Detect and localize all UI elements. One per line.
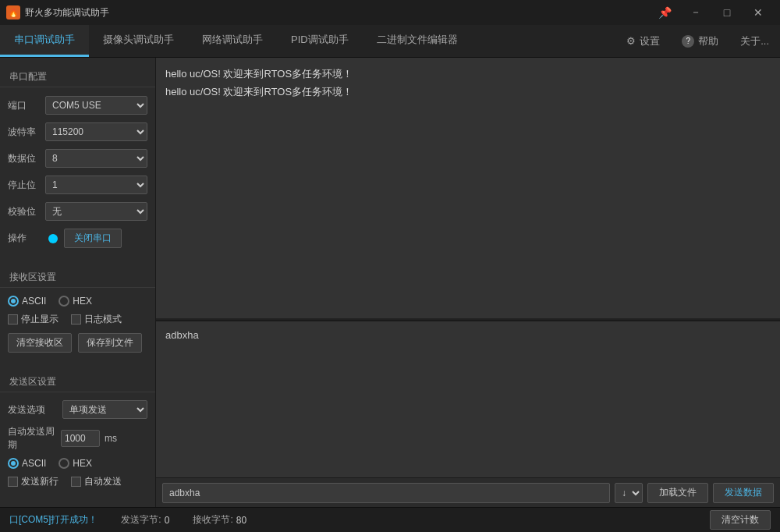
log-mode-label: 日志模式: [84, 313, 122, 326]
send-hex-radio[interactable]: HEX: [58, 458, 92, 469]
auto-send-checkbox[interactable]: 自动发送: [71, 475, 122, 488]
pin-button[interactable]: 📌: [649, 0, 680, 25]
port-status-text: 口[COM5]打开成功！: [9, 513, 98, 527]
recv-ascii-radio-circle: [8, 296, 19, 307]
port-select[interactable]: COM5 USE COM1 COM2 COM3 COM4: [45, 96, 147, 115]
send-opt-label: 发送选项: [8, 403, 56, 417]
tab-serial[interactable]: 串口调试助手: [0, 25, 89, 57]
stop-bits-label: 停止位: [8, 179, 42, 192]
log-mode-checkbox-box: [71, 314, 81, 325]
save-file-button[interactable]: 保存到文件: [78, 333, 142, 353]
serial-config-title: 串口配置: [0, 64, 155, 87]
clear-count-button[interactable]: 清空计数: [710, 510, 771, 530]
tab-network[interactable]: 网络调试助手: [188, 25, 277, 57]
window-controls: 📌 － □ ✕: [649, 0, 774, 25]
recv-buttons-row: 清空接收区 保存到文件: [0, 329, 155, 356]
stop-bits-select[interactable]: 11.52: [45, 176, 147, 194]
auto-send-label: 自动发送: [84, 475, 122, 488]
send-bytes-label: 发送字节:: [121, 513, 161, 527]
send-period-input[interactable]: [61, 430, 100, 447]
help-button[interactable]: ? 帮助: [671, 25, 729, 57]
recv-hex-radio[interactable]: HEX: [58, 296, 92, 307]
newline-label: 发送新行: [21, 475, 58, 488]
send-period-label: 自动发送周期: [8, 425, 56, 452]
close-port-button[interactable]: 关闭串口: [64, 229, 122, 248]
close-button[interactable]: ✕: [743, 0, 774, 25]
receive-area[interactable]: hello uc/OS! 欢迎来到RTOS多任务环境！hello uc/OS! …: [156, 58, 780, 320]
stop-disp-checkbox[interactable]: 停止显示: [8, 313, 58, 326]
send-ascii-radio[interactable]: ASCII: [8, 458, 46, 469]
help-icon: ?: [682, 35, 694, 48]
main-area: 串口配置 端口 COM5 USE COM1 COM2 COM3 COM4 波特率…: [0, 58, 780, 507]
send-input[interactable]: [162, 483, 610, 503]
stop-disp-checkbox-box: [8, 314, 18, 325]
statusbar: 口[COM5]打开成功！ 发送字节: 0 接收字节: 80 清空计数: [0, 507, 780, 532]
sidebar: 串口配置 端口 COM5 USE COM1 COM2 COM3 COM4 波特率…: [0, 58, 156, 507]
send-config-title: 发送区设置: [0, 369, 155, 392]
send-encoding-row: ASCII HEX: [0, 455, 155, 472]
newline-checkbox[interactable]: 发送新行: [8, 475, 58, 488]
minimize-button[interactable]: －: [680, 0, 711, 25]
send-data-button[interactable]: 发送数据: [713, 483, 774, 503]
recv-hex-label: HEX: [73, 296, 92, 307]
op-label: 操作: [8, 232, 42, 245]
send-period-row: 自动发送周期 ms: [0, 422, 155, 455]
recv-ascii-label: ASCII: [22, 296, 46, 307]
navbar: 串口调试助手 摄像头调试助手 网络调试助手 PID调试助手 二进制文件编辑器 ⚙…: [0, 25, 780, 58]
parity-row: 校验位 无奇偶: [0, 198, 155, 225]
tab-pid[interactable]: PID调试助手: [277, 25, 363, 57]
maximize-button[interactable]: □: [711, 0, 743, 25]
recv-bytes-item: 接收字节: 80: [193, 513, 246, 527]
recv-hex-radio-circle: [58, 296, 69, 307]
recv-ascii-radio[interactable]: ASCII: [8, 296, 46, 307]
data-bits-label: 数据位: [8, 152, 42, 165]
send-bytes-item: 发送字节: 0: [121, 513, 169, 527]
app-icon: 🔥: [6, 5, 20, 20]
content-area: hello uc/OS! 欢迎来到RTOS多任务环境！hello uc/OS! …: [156, 58, 780, 507]
send-dropdown[interactable]: ↓: [615, 483, 643, 503]
port-row: 端口 COM5 USE COM1 COM2 COM3 COM4: [0, 92, 155, 119]
parity-label: 校验位: [8, 205, 42, 218]
recv-encoding-row: ASCII HEX: [0, 293, 155, 310]
recv-options-row: 停止显示 日志模式: [0, 310, 155, 329]
recv-bytes-label: 接收字节:: [193, 513, 232, 527]
send-bytes-value: 0: [165, 515, 170, 526]
recv-bytes-value: 80: [236, 515, 246, 526]
data-bits-select[interactable]: 5678: [45, 149, 147, 168]
baud-row: 波特率 9600 19200 38400 57600 115200 230400: [0, 119, 155, 145]
parity-select[interactable]: 无奇偶: [45, 202, 147, 221]
load-file-button[interactable]: 加载文件: [647, 483, 708, 503]
tab-camera[interactable]: 摄像头调试助手: [89, 25, 188, 57]
newline-checkbox-box: [8, 477, 18, 487]
app-title: 野火多功能调试助手: [25, 6, 649, 20]
clear-recv-button[interactable]: 清空接收区: [8, 333, 72, 353]
stop-disp-label: 停止显示: [21, 313, 58, 326]
stop-bits-row: 停止位 11.52: [0, 172, 155, 198]
send-opt-select[interactable]: 单项发送 循环发送: [62, 400, 147, 419]
recv-config-title: 接收区设置: [0, 264, 155, 288]
settings-button[interactable]: ⚙ 设置: [615, 25, 671, 57]
send-opt-row: 发送选项 单项发送 循环发送: [0, 397, 155, 422]
send-bar: ↓ 加载文件 发送数据: [156, 477, 780, 507]
send-hex-label: HEX: [73, 458, 92, 469]
data-bits-row: 数据位 5678: [0, 145, 155, 172]
send-area[interactable]: adbxha: [156, 321, 780, 477]
port-label: 端口: [8, 99, 42, 112]
baud-label: 波特率: [8, 126, 42, 139]
send-ascii-label: ASCII: [22, 458, 46, 469]
log-mode-checkbox[interactable]: 日志模式: [71, 313, 122, 326]
connection-status-dot: [48, 234, 58, 243]
send-options-row: 发送新行 自动发送: [0, 472, 155, 491]
operation-row: 操作 关闭串口: [0, 225, 155, 252]
baud-select[interactable]: 9600 19200 38400 57600 115200 230400: [45, 122, 147, 141]
about-button[interactable]: 关于...: [729, 25, 780, 57]
auto-send-checkbox-box: [71, 477, 81, 487]
send-hex-radio-circle: [58, 458, 69, 469]
tab-binary-editor[interactable]: 二进制文件编辑器: [363, 25, 472, 57]
titlebar: 🔥 野火多功能调试助手 📌 － □ ✕: [0, 0, 780, 25]
period-unit: ms: [105, 433, 117, 444]
gear-icon: ⚙: [626, 35, 636, 47]
send-ascii-radio-circle: [8, 458, 19, 469]
